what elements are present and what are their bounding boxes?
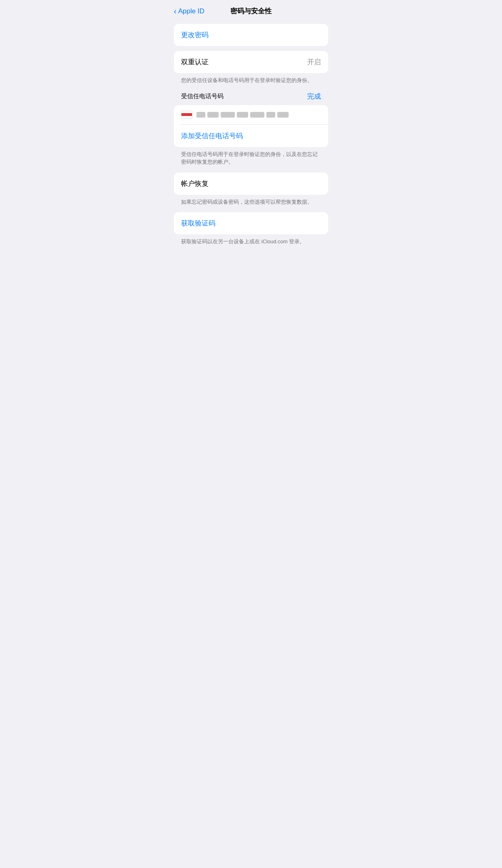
change-password-card: 更改密码	[174, 24, 328, 46]
get-code-row[interactable]: 获取验证码	[174, 212, 328, 234]
get-code-section: 获取验证码 获取验证码以在另一台设备上或在 iCloud.com 登录。	[174, 212, 328, 251]
get-code-footer: 获取验证码以在另一台设备上或在 iCloud.com 登录。	[174, 234, 328, 251]
trusted-phone-label: 受信任电话号码	[181, 93, 224, 100]
blur-block-4	[237, 112, 248, 118]
two-factor-label: 双重认证	[181, 57, 209, 67]
blur-block-3	[221, 112, 235, 118]
add-phone-row[interactable]: 添加受信任电话号码	[174, 125, 328, 147]
add-phone-link[interactable]: 添加受信任电话号码	[181, 131, 243, 141]
change-password-row[interactable]: 更改密码	[174, 24, 328, 46]
nav-bar: ‹ Apple ID 密码与安全性	[167, 0, 335, 21]
two-factor-section: 双重认证 开启 您的受信任设备和电话号码用于在登录时验证您的身份。 受信任电话号…	[174, 51, 328, 171]
add-phone-footer: 受信任电话号码用于在登录时验证您的身份，以及在您忘记密码时恢复您的帐户。	[174, 147, 328, 171]
trusted-phone-card: 添加受信任电话号码	[174, 105, 328, 147]
back-button[interactable]: ‹ Apple ID	[174, 7, 205, 15]
blur-block-2	[207, 112, 219, 118]
two-factor-value: 开启	[307, 57, 321, 67]
change-password-section: 更改密码	[174, 24, 328, 46]
chevron-left-icon: ‹	[174, 7, 177, 15]
blur-block-6	[266, 112, 275, 118]
account-recovery-section: 帐户恢复 如果忘记密码或设备密码，这些选项可以帮您恢复数据。	[174, 173, 328, 211]
phone-number-row	[174, 105, 328, 124]
page-title: 密码与安全性	[230, 6, 272, 16]
two-factor-row: 双重认证 开启	[174, 51, 328, 73]
phone-flag-icon	[181, 111, 192, 119]
blur-block-1	[196, 112, 205, 118]
trusted-phone-done-button[interactable]: 完成	[307, 92, 321, 101]
two-factor-footer: 您的受信任设备和电话号码用于在登录时验证您的身份。	[174, 73, 328, 89]
trusted-phone-header: 受信任电话号码 完成	[174, 89, 328, 105]
get-code-link[interactable]: 获取验证码	[181, 219, 215, 228]
two-factor-card: 双重认证 开启	[174, 51, 328, 73]
phone-number-blurred	[196, 112, 321, 118]
change-password-link[interactable]: 更改密码	[181, 30, 209, 40]
account-recovery-footer: 如果忘记密码或设备密码，这些选项可以帮您恢复数据。	[174, 195, 328, 211]
main-content: 更改密码 双重认证 开启 您的受信任设备和电话号码用于在登录时验证您的身份。 受…	[167, 21, 335, 255]
account-recovery-label: 帐户恢复	[181, 179, 209, 188]
account-recovery-card: 帐户恢复	[174, 173, 328, 195]
account-recovery-row: 帐户恢复	[174, 173, 328, 195]
back-label: Apple ID	[178, 7, 205, 15]
blur-block-7	[277, 112, 289, 118]
get-code-card: 获取验证码	[174, 212, 328, 234]
blur-block-5	[250, 112, 264, 118]
